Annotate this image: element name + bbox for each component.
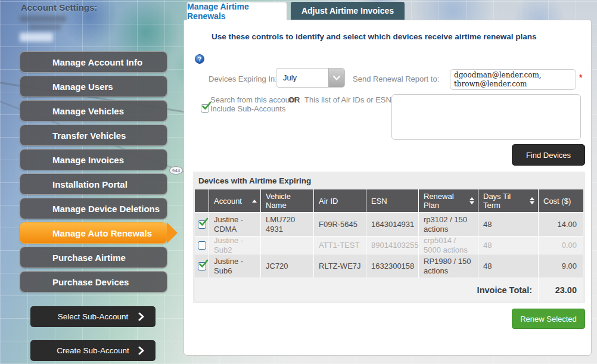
selected-month: July <box>276 73 328 82</box>
sidebar-item-label: Purchase Devices <box>52 277 129 287</box>
tab-content: Use these controls to identify and selec… <box>184 20 592 356</box>
sidebar-item-label: Manage Users <box>52 82 113 92</box>
cell-cost: 14.00 <box>539 213 583 236</box>
cell-esn: 1632300158 <box>366 254 419 278</box>
header-esn: ESN <box>366 189 419 212</box>
header-label: Cost ($) <box>543 197 571 206</box>
header-label: Account <box>214 197 242 206</box>
renewal-report-label: Send Renewal Report to: <box>353 74 439 83</box>
tab-adjust-airtime-invoices[interactable]: Adjust Airtime Invoices <box>291 2 405 20</box>
row-checkbox-cell <box>195 213 209 236</box>
cell-account: Justine - Sub6 <box>209 254 261 278</box>
header-label: Renewal Plan <box>424 192 469 210</box>
sidebar-item-manage-account-info[interactable]: Manage Account Info <box>20 51 167 73</box>
cell-esn: 1643014931 <box>366 213 419 236</box>
invoice-total-value: 23.00 <box>539 278 583 301</box>
cell-renewal-plan: crp5014 / 5000 actions <box>419 237 478 254</box>
air-ids-input[interactable] <box>391 94 581 140</box>
row-checkbox[interactable] <box>198 262 206 270</box>
header-label: Air ID <box>319 197 338 206</box>
cell-account: Justine - Sub2 <box>209 237 261 254</box>
chevron-right-icon <box>138 346 144 355</box>
cell-esn: 89014103255 <box>366 237 419 254</box>
cell-vehicle-name: LMU720 4931 <box>261 213 314 236</box>
find-devices-button[interactable]: Find Devices <box>512 144 585 166</box>
cell-days-til-term: 48 <box>478 213 539 236</box>
header-label: ESN <box>371 197 387 206</box>
redacted-account-name <box>20 33 53 42</box>
instruction-text: Use these controls to identify and selec… <box>212 32 536 41</box>
chevron-down-icon <box>328 69 344 87</box>
devices-table-section: Devices with Airtime Expiring Account Ve… <box>193 172 585 303</box>
invoice-total-label: Invoice Total: <box>195 278 539 301</box>
help-icon[interactable]: ? <box>195 54 204 64</box>
check-icon <box>198 217 209 227</box>
cell-air-id: F09R-5645 <box>314 213 366 236</box>
include-sub-accounts-label: Include Sub-Accounts <box>210 104 285 113</box>
sidebar-item-installation-portal[interactable]: Installation Portal <box>20 173 167 195</box>
road-shield-944: 944 <box>169 166 183 175</box>
row-checkbox[interactable] <box>198 241 206 250</box>
cell-renewal-plan: RP1980 / 150 actions <box>419 254 478 278</box>
sort-icon <box>530 197 534 204</box>
header-label: Vehicle Name <box>266 192 313 210</box>
header-checkbox-column <box>195 189 209 212</box>
header-cost: Cost ($) <box>539 189 583 212</box>
header-days-til-term[interactable]: Days Til Term <box>478 189 539 212</box>
sidebar-menu: Manage Account Info Manage Users Manage … <box>20 51 167 295</box>
table-row: Justine - CDMA LMU720 4931 F09R-5645 164… <box>195 212 583 236</box>
table-row: Justine - Sub6 JC720 RLTZ-WE7J 163230015… <box>195 254 583 278</box>
cell-cost: 9.00 <box>539 254 583 278</box>
sidebar-item-purchase-airtime[interactable]: Purchase Airtime <box>20 247 167 268</box>
sidebar-item-manage-auto-renewals[interactable]: Manage Auto Renewals <box>20 222 167 244</box>
include-sub-accounts-checkbox[interactable] <box>201 104 209 113</box>
chevron-right-icon <box>138 312 144 321</box>
button-label: Select Sub-Account <box>58 312 129 321</box>
sidebar-item-manage-vehicles[interactable]: Manage Vehicles <box>20 100 167 122</box>
devices-expiring-select[interactable]: July <box>276 68 345 88</box>
renew-selected-button[interactable]: Renew Selected <box>512 309 585 329</box>
create-sub-account-button[interactable]: Create Sub-Account <box>30 340 156 361</box>
cell-cost: 0.00 <box>539 237 583 254</box>
cell-air-id: RLTZ-WE7J <box>314 254 366 278</box>
cell-account: Justine - CDMA <box>209 213 261 236</box>
table-section-title: Devices with Airtime Expiring <box>195 172 583 189</box>
sidebar-item-purchase-devices[interactable]: Purchase Devices <box>20 271 167 293</box>
sidebar-item-label: Manage Device Deletions <box>52 204 160 214</box>
redacted-account-line <box>20 15 66 22</box>
main-panel: Manage Airtime Renewals Adjust Airtime I… <box>184 2 592 356</box>
required-marker: * <box>579 73 582 82</box>
sidebar-item-label: Manage Invoices <box>52 155 124 165</box>
table-row: Justine - Sub2 ATT1-TEST 89014103255 crp… <box>195 236 583 254</box>
sidebar-item-label: Installation Portal <box>52 179 128 189</box>
redacted-account-line <box>29 24 61 30</box>
cell-renewal-plan: rp3102 / 150 actions <box>419 213 478 236</box>
active-item-arrow-icon <box>167 222 178 244</box>
sidebar-item-label: Manage Account Info <box>52 57 142 67</box>
sidebar-item-label: Manage Auto Renewals <box>52 228 152 238</box>
row-checkbox-cell <box>195 237 209 254</box>
row-checkbox-cell <box>195 254 209 278</box>
sidebar-item-transfer-vehicles[interactable]: Transfer Vehicles <box>20 125 167 146</box>
or-label: OR <box>288 95 300 104</box>
sort-icon <box>469 197 474 204</box>
cell-vehicle-name <box>261 237 314 254</box>
header-account[interactable]: Account <box>209 189 261 212</box>
sidebar-item-label: Transfer Vehicles <box>52 130 126 141</box>
cell-vehicle-name: JC720 <box>261 254 314 278</box>
button-label: Create Sub-Account <box>57 346 129 355</box>
cell-air-id: ATT1-TEST <box>314 237 366 254</box>
select-sub-account-button[interactable]: Select Sub-Account <box>30 306 156 327</box>
table-header-row: Account Vehicle Name Air ID ESN Renewal … <box>195 189 583 212</box>
sidebar-item-manage-users[interactable]: Manage Users <box>20 76 167 97</box>
air-ids-list-label: This list of Air IDs or ESNs: <box>304 95 397 104</box>
sidebar-item-manage-device-deletions[interactable]: Manage Device Deletions <box>20 198 167 219</box>
renewal-report-input[interactable]: dgoodman@lender.com, tbrown@lender.com t… <box>450 69 576 90</box>
sidebar-item-manage-invoices[interactable]: Manage Invoices <box>20 149 167 170</box>
tab-manage-airtime-renewals[interactable]: Manage Airtime Renewals <box>186 2 287 20</box>
sort-asc-icon <box>252 200 257 203</box>
row-checkbox[interactable] <box>198 220 206 229</box>
search-account-label: Search from this account <box>210 95 296 104</box>
header-label: Days Til Term <box>483 192 530 210</box>
header-renewal-plan[interactable]: Renewal Plan <box>419 189 478 212</box>
